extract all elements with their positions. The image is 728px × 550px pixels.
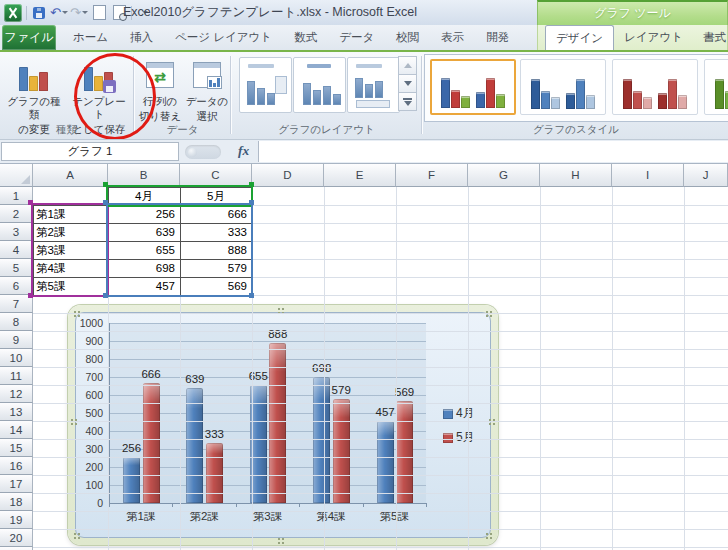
chart-style-thumb-3[interactable] xyxy=(612,59,698,115)
row-header-17[interactable]: 17 xyxy=(0,475,33,493)
gridline-h xyxy=(33,403,728,404)
tab-contextual-2[interactable]: レイアウト xyxy=(614,25,693,50)
insert-function-icon[interactable]: fx xyxy=(238,143,249,159)
column-header-A[interactable]: A xyxy=(33,164,108,187)
group-separator xyxy=(230,56,231,134)
tab-5[interactable]: データ xyxy=(328,25,385,50)
layout-scroll-down-icon[interactable] xyxy=(398,74,417,93)
row-header-16[interactable]: 16 xyxy=(0,457,33,475)
column-header-C[interactable]: C xyxy=(180,164,252,187)
row-header-14[interactable]: 14 xyxy=(0,421,33,439)
row-header-15[interactable]: 15 xyxy=(0,439,33,457)
selection-handle[interactable] xyxy=(103,293,108,298)
column-header-F[interactable]: F xyxy=(396,164,468,187)
legend-swatch xyxy=(443,433,453,443)
row-header-11[interactable]: 11 xyxy=(0,367,33,385)
bar-4月-第1課[interactable] xyxy=(123,457,140,503)
button-label: 行/列の xyxy=(143,95,178,108)
legend-item-5月[interactable]: 5月 xyxy=(443,429,475,446)
tab-2[interactable]: 挿入 xyxy=(119,25,164,50)
row-header-2[interactable]: 2 xyxy=(0,205,33,223)
selection-handle[interactable] xyxy=(28,200,33,205)
select-all-corner[interactable] xyxy=(0,164,33,187)
column-header-I[interactable]: I xyxy=(612,164,684,187)
row-header-8[interactable]: 8 xyxy=(0,313,33,331)
row-header-5[interactable]: 5 xyxy=(0,259,33,277)
column-header-G[interactable]: G xyxy=(468,164,540,187)
bar-4月-第2課[interactable] xyxy=(186,388,203,503)
row-header-20[interactable]: 20 xyxy=(0,529,33,547)
column-header-E[interactable]: E xyxy=(324,164,396,187)
row-header-9[interactable]: 9 xyxy=(0,331,33,349)
chart-layout-thumb-3[interactable] xyxy=(347,57,400,113)
legend-label: 4月 xyxy=(456,405,475,422)
data-label: 639 xyxy=(178,373,212,385)
chart-style-thumb-1[interactable] xyxy=(430,59,516,115)
bar-4月-第5課[interactable] xyxy=(377,421,394,503)
chart-area[interactable]: 01002003004005006007008009001000第1課第2課第3… xyxy=(75,312,491,538)
chart-frame-grip[interactable] xyxy=(278,538,280,540)
data-label: 698 xyxy=(305,362,339,374)
tab-file[interactable]: ファイル xyxy=(2,25,56,50)
selection-values xyxy=(106,203,253,297)
row-header-19[interactable]: 19 xyxy=(0,511,33,529)
column-header-J[interactable]: J xyxy=(684,164,728,187)
row-header-13[interactable]: 13 xyxy=(0,403,33,421)
row-header-12[interactable]: 12 xyxy=(0,385,33,403)
column-header-B[interactable]: B xyxy=(108,164,180,187)
gridline-h xyxy=(33,493,728,494)
formula-input[interactable] xyxy=(258,141,728,162)
chart-frame-grip[interactable] xyxy=(278,308,280,310)
tab-4[interactable]: 数式 xyxy=(283,25,328,50)
y-axis-label: 600 xyxy=(73,390,103,400)
title-bar: ↶ ↷ Excel2010グラフテンプレート.xlsx - Microsoft … xyxy=(0,0,728,26)
y-axis-label: 800 xyxy=(73,354,103,364)
row-header-3[interactable]: 3 xyxy=(0,223,33,241)
chart-style-thumb-2[interactable] xyxy=(520,59,606,115)
legend-item-4月[interactable]: 4月 xyxy=(443,405,475,422)
group-separator xyxy=(421,56,422,134)
contextual-tabs: デザインレイアウト書式 xyxy=(537,25,728,50)
row-header-4[interactable]: 4 xyxy=(0,241,33,259)
selection-handle[interactable] xyxy=(249,200,254,205)
selection-handle[interactable] xyxy=(249,293,254,298)
bar-4月-第4課[interactable] xyxy=(313,377,330,503)
x-axis-line xyxy=(109,503,426,504)
bar-5月-第1課[interactable] xyxy=(143,383,160,503)
tab-contextual-1[interactable]: デザイン xyxy=(545,25,614,50)
name-box[interactable]: グラフ 1 xyxy=(1,142,179,161)
chart-style-thumb-4[interactable] xyxy=(704,59,728,115)
embedded-chart[interactable]: 01002003004005006007008009001000第1課第2課第3… xyxy=(68,305,498,545)
tab-8[interactable]: 開発 xyxy=(475,25,520,50)
gridline-h xyxy=(33,349,728,350)
y-axis-label: 100 xyxy=(73,480,103,490)
tab-contextual-3[interactable]: 書式 xyxy=(693,25,728,50)
tab-7[interactable]: 表示 xyxy=(430,25,475,50)
tab-3[interactable]: ページ レイアウト xyxy=(164,25,283,50)
selection-handle[interactable] xyxy=(103,200,108,205)
bar-5月-第5課[interactable] xyxy=(396,401,413,503)
save-as-template-icon xyxy=(82,59,116,93)
chart-frame-grip[interactable] xyxy=(486,533,488,535)
selection-handle[interactable] xyxy=(249,182,254,187)
tab-6[interactable]: 校閲 xyxy=(385,25,430,50)
button-label: 切り替え xyxy=(139,110,182,123)
row-header-10[interactable]: 10 xyxy=(0,349,33,367)
excel-window: ↶ ↷ Excel2010グラフテンプレート.xlsx - Microsoft … xyxy=(0,0,728,550)
floppy-disk-icon xyxy=(103,80,116,93)
column-header-D[interactable]: D xyxy=(252,164,324,187)
column-header-H[interactable]: H xyxy=(540,164,612,187)
select-data-icon xyxy=(190,59,224,93)
layout-scroll-up-icon[interactable] xyxy=(398,56,417,75)
y-axis-label: 900 xyxy=(73,336,103,346)
selection-handle[interactable] xyxy=(103,182,108,187)
chart-frame-grip[interactable] xyxy=(74,533,76,535)
group-label-chart-styles: グラフのスタイル xyxy=(424,123,728,137)
selection-handle[interactable] xyxy=(28,293,33,298)
bar-5月-第4課[interactable] xyxy=(333,399,350,503)
tab-1[interactable]: ホーム xyxy=(62,25,119,50)
chart-layout-thumb-1[interactable] xyxy=(239,57,292,113)
chart-layout-thumb-2[interactable] xyxy=(293,57,346,113)
row-header-18[interactable]: 18 xyxy=(0,493,33,511)
layout-gallery-more-icon[interactable] xyxy=(398,92,417,111)
